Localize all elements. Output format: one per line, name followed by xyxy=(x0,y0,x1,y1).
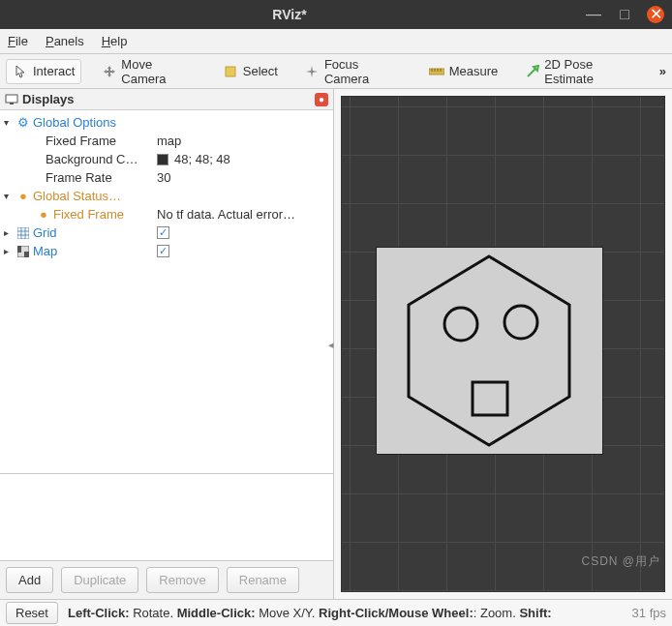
val-map-check[interactable]: ✓ xyxy=(153,242,333,260)
status-bar: Reset Left-Click: Rotate. Middle-Click: … xyxy=(0,599,672,626)
svg-rect-7 xyxy=(10,103,14,104)
expand-icon[interactable]: ▸ xyxy=(4,246,14,256)
grid-checkbox[interactable]: ✓ xyxy=(157,226,169,239)
minimize-button[interactable]: — xyxy=(585,6,602,23)
val-frame-rate[interactable]: 30 xyxy=(153,168,333,187)
select-button[interactable]: Select xyxy=(216,59,285,84)
move-camera-icon xyxy=(102,64,116,79)
interact-icon xyxy=(13,64,28,79)
duplicate-button: Duplicate xyxy=(61,567,138,593)
tree-status-fixed-frame[interactable]: ● Fixed Frame xyxy=(0,205,153,224)
menu-file[interactable]: File xyxy=(8,34,28,48)
expand-icon[interactable]: ▸ xyxy=(4,227,14,238)
tree-grid[interactable]: ▸ Grid xyxy=(0,224,153,242)
svg-rect-19 xyxy=(473,382,507,415)
window-title: RViz* xyxy=(8,7,571,22)
svg-point-18 xyxy=(504,306,537,339)
displays-buttons: Add Duplicate Remove Rename xyxy=(0,560,333,599)
collapse-icon[interactable]: ▾ xyxy=(4,117,14,128)
menubar: File Panels Help xyxy=(0,29,672,54)
warning-icon: ● xyxy=(16,190,30,203)
focus-camera-button[interactable]: Focus Camera xyxy=(298,52,409,91)
pose-estimate-label: 2D Pose Estimate xyxy=(544,57,638,86)
3d-viewport[interactable] xyxy=(341,96,665,592)
tree-global-options[interactable]: ▾ ⚙ Global Options xyxy=(0,113,153,132)
move-camera-button[interactable]: Move Camera xyxy=(95,52,201,91)
panel-close-button[interactable]: ● xyxy=(315,93,328,106)
tree-global-status[interactable]: ▾ ● Global Status… xyxy=(0,187,153,205)
tree-map[interactable]: ▸ Map xyxy=(0,242,153,260)
svg-rect-6 xyxy=(6,95,17,103)
val-fixed-frame[interactable]: map xyxy=(153,132,333,150)
interact-label: Interact xyxy=(33,64,75,78)
gear-icon: ⚙ xyxy=(16,116,30,130)
description-area xyxy=(0,473,333,560)
menu-panels[interactable]: Panels xyxy=(46,34,84,48)
robot-shape xyxy=(376,247,603,455)
val-grid-check[interactable]: ✓ xyxy=(153,224,333,242)
remove-button: Remove xyxy=(146,567,218,593)
focus-camera-icon xyxy=(305,64,320,79)
fps-counter: 31 fps xyxy=(632,606,666,620)
svg-point-17 xyxy=(444,308,477,341)
main-area: Displays ● ▾ ⚙ Global Options Fixed Fram… xyxy=(0,89,672,599)
displays-icon xyxy=(5,93,18,106)
displays-tree[interactable]: ▾ ⚙ Global Options Fixed Frame Backgroun… xyxy=(0,110,333,473)
menu-help[interactable]: Help xyxy=(102,34,128,48)
view-pane: ◂ ▸ CSDN @用户 xyxy=(334,89,672,599)
color-swatch xyxy=(157,154,168,165)
maximize-button[interactable]: □ xyxy=(616,6,633,23)
measure-button[interactable]: Measure xyxy=(422,59,505,84)
map-icon xyxy=(16,245,30,258)
svg-rect-8 xyxy=(17,227,29,239)
val-blank xyxy=(153,113,333,132)
reset-button[interactable]: Reset xyxy=(6,602,58,624)
move-camera-label: Move Camera xyxy=(121,57,195,86)
pose-estimate-button[interactable]: 2D Pose Estimate xyxy=(518,52,645,91)
interact-button[interactable]: Interact xyxy=(6,59,81,84)
close-button[interactable]: ✕ xyxy=(647,6,664,23)
pose-estimate-icon xyxy=(525,64,539,79)
titlebar: RViz* — □ ✕ xyxy=(0,0,672,29)
displays-header: Displays ● xyxy=(0,89,333,110)
map-checkbox[interactable]: ✓ xyxy=(157,245,169,257)
status-hint: Left-Click: Rotate. Middle-Click: Move X… xyxy=(68,606,623,620)
rename-button: Rename xyxy=(227,567,299,593)
grid-icon xyxy=(16,226,30,240)
left-collapse-handle[interactable]: ◂ xyxy=(328,338,334,350)
displays-panel: Displays ● ▾ ⚙ Global Options Fixed Fram… xyxy=(0,89,334,599)
val-bg-color[interactable]: 48; 48; 48 xyxy=(153,150,333,168)
focus-camera-label: Focus Camera xyxy=(324,57,402,86)
svg-rect-15 xyxy=(24,252,29,257)
add-button[interactable]: Add xyxy=(6,567,53,593)
tree-fixed-frame[interactable]: Fixed Frame xyxy=(0,132,153,150)
toolbar-overflow-button[interactable]: » xyxy=(659,64,666,78)
measure-label: Measure xyxy=(449,64,499,78)
toolbar: Interact Move Camera Select Focus Camera… xyxy=(0,54,672,89)
collapse-icon[interactable]: ▾ xyxy=(4,191,14,201)
svg-rect-1 xyxy=(429,69,444,75)
displays-title: Displays xyxy=(22,92,74,106)
select-label: Select xyxy=(243,64,278,78)
svg-rect-14 xyxy=(17,246,21,253)
tree-frame-rate[interactable]: Frame Rate xyxy=(0,168,153,187)
val-blank2 xyxy=(153,187,333,205)
svg-rect-0 xyxy=(226,67,235,76)
watermark: CSDN @用户 xyxy=(581,553,660,570)
tree-background-color[interactable]: Background C… xyxy=(0,150,153,168)
measure-icon xyxy=(429,64,444,79)
warning-icon: ● xyxy=(37,208,50,222)
svg-marker-16 xyxy=(409,256,569,445)
select-icon xyxy=(223,64,238,79)
val-status-ff: No tf data. Actual error… xyxy=(153,205,333,224)
